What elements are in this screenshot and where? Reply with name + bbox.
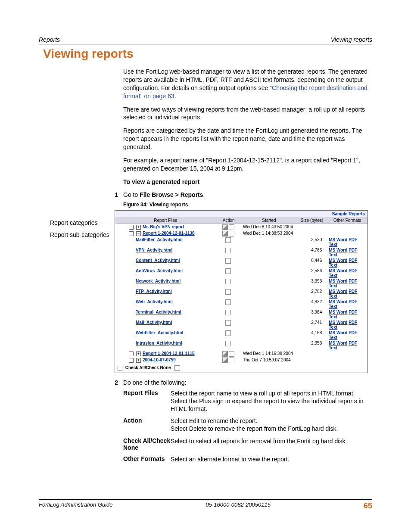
- trash-icon[interactable]: [225, 289, 231, 295]
- trash-icon[interactable]: [229, 358, 234, 363]
- table-row: Content_Activity.html8,446MS Word PDF Te…: [115, 258, 367, 268]
- trash-icon[interactable]: [225, 299, 231, 305]
- edit-icon[interactable]: [222, 358, 228, 363]
- trash-icon[interactable]: [225, 341, 231, 346]
- size-cell: 4,168: [297, 330, 327, 340]
- started-cell: [241, 340, 297, 351]
- step-2-text: Do one of the following:: [123, 379, 186, 386]
- expand-icon[interactable]: +: [136, 352, 141, 356]
- size-cell: 8,446: [297, 258, 327, 268]
- fmt-pdf[interactable]: PDF: [349, 258, 357, 263]
- fmt-word[interactable]: MS Word: [329, 320, 347, 325]
- fmt-text[interactable]: Text: [329, 242, 337, 247]
- fmt-word[interactable]: MS Word: [329, 279, 347, 283]
- def-desc: Select Edit to rename the report.Select …: [171, 417, 368, 432]
- fmt-pdf[interactable]: PDF: [349, 268, 357, 273]
- fmt-pdf[interactable]: PDF: [349, 279, 357, 283]
- fmt-text[interactable]: Text: [329, 335, 337, 340]
- trash-icon[interactable]: [174, 365, 180, 371]
- report-link[interactable]: Mail_Activity.html: [136, 320, 172, 325]
- fmt-text[interactable]: Text: [329, 345, 337, 350]
- fmt-text[interactable]: Text: [329, 294, 337, 299]
- report-link[interactable]: 2004-10-07-0759: [143, 358, 176, 362]
- expand-icon[interactable]: +: [136, 225, 141, 230]
- report-link[interactable]: FTP_Activity.html: [136, 289, 172, 294]
- trash-icon[interactable]: [225, 248, 231, 253]
- table-row: Intrusion_Activity.html2,353MS Word PDF …: [115, 340, 367, 351]
- table-row: AntiVirus_Activity.html2,586MS Word PDF …: [115, 268, 367, 278]
- fmt-pdf[interactable]: PDF: [349, 330, 357, 335]
- expand-icon[interactable]: +: [136, 358, 141, 363]
- report-link[interactable]: MailFilter_Activity.html: [136, 237, 183, 242]
- started-cell: [241, 330, 297, 340]
- edit-icon[interactable]: [222, 231, 228, 236]
- trash-icon[interactable]: [225, 320, 231, 326]
- report-link[interactable]: Report 1-2004-12-01-1138: [143, 231, 195, 236]
- expand-icon[interactable]: −: [136, 231, 141, 236]
- fmt-text[interactable]: Text: [329, 273, 337, 278]
- fmt-text[interactable]: Text: [329, 252, 337, 257]
- edit-icon[interactable]: [222, 351, 228, 357]
- fmt-word[interactable]: MS Word: [329, 258, 347, 263]
- row-checkbox[interactable]: [129, 225, 134, 230]
- trash-icon[interactable]: [225, 268, 231, 274]
- fmt-pdf[interactable]: PDF: [349, 299, 357, 304]
- report-link[interactable]: Web_Activity.html: [136, 299, 173, 304]
- started-cell: Wed Dec 8 10:43:50 2004: [241, 224, 297, 230]
- size-cell: [297, 357, 327, 364]
- report-link[interactable]: Content_Activity.html: [136, 258, 180, 263]
- report-link[interactable]: Terminal_Activity.html: [136, 310, 181, 314]
- fmt-pdf[interactable]: PDF: [349, 341, 357, 345]
- row-checkbox[interactable]: [129, 358, 134, 363]
- fmt-word[interactable]: MS Word: [329, 299, 347, 304]
- row-checkbox[interactable]: [129, 352, 134, 356]
- report-link[interactable]: VPN_Activity.html: [136, 248, 172, 252]
- intro-p3: Reports are categorized by the date and …: [123, 127, 368, 151]
- report-link[interactable]: Network_Activity.html: [136, 279, 181, 283]
- row-checkbox[interactable]: [129, 231, 134, 236]
- size-cell: 2,586: [297, 268, 327, 278]
- edit-icon[interactable]: [222, 224, 228, 230]
- report-link[interactable]: AntiVirus_Activity.html: [136, 268, 183, 273]
- fmt-word[interactable]: MS Word: [329, 237, 347, 242]
- col-other: Other Formats: [327, 217, 367, 224]
- fmt-text[interactable]: Text: [329, 325, 337, 330]
- step-1-text: Go to File Browse > Reports.: [123, 191, 205, 198]
- report-link[interactable]: Mr. Big's VPN report: [143, 224, 184, 229]
- check-all-checkbox[interactable]: [118, 366, 122, 370]
- def-desc: Select an alternate format to view the r…: [171, 455, 368, 463]
- fmt-text[interactable]: Text: [329, 263, 337, 268]
- started-cell: Wed Dec 1 14:38:53 2004: [241, 230, 297, 237]
- trash-icon[interactable]: [229, 351, 234, 357]
- step-1-num: 1: [108, 191, 118, 198]
- fmt-text[interactable]: Text: [329, 304, 337, 309]
- fmt-word[interactable]: MS Word: [329, 330, 347, 335]
- fmt-word[interactable]: MS Word: [329, 341, 347, 345]
- fmt-pdf[interactable]: PDF: [349, 289, 357, 294]
- trash-icon[interactable]: [229, 231, 234, 236]
- fmt-word[interactable]: MS Word: [329, 310, 347, 314]
- def-row: Check All/Check NoneSelect to select all…: [123, 437, 368, 451]
- report-link[interactable]: Report 1-2004-12-01-1115: [143, 351, 195, 356]
- trash-icon[interactable]: [225, 237, 231, 243]
- trash-icon[interactable]: [225, 310, 231, 315]
- check-all-label[interactable]: Check All/Check None: [125, 365, 171, 370]
- fmt-text[interactable]: Text: [329, 283, 337, 288]
- trash-icon[interactable]: [225, 258, 231, 264]
- fmt-word[interactable]: MS Word: [329, 268, 347, 273]
- fmt-pdf[interactable]: PDF: [349, 310, 357, 314]
- size-cell: [297, 351, 327, 357]
- trash-icon[interactable]: [225, 330, 231, 336]
- fmt-pdf[interactable]: PDF: [349, 320, 357, 325]
- trash-icon[interactable]: [225, 279, 231, 284]
- fmt-pdf[interactable]: PDF: [349, 248, 357, 252]
- sample-reports-link[interactable]: Sample Reports: [332, 212, 365, 216]
- fmt-text[interactable]: Text: [329, 314, 337, 319]
- fmt-pdf[interactable]: PDF: [349, 237, 357, 242]
- report-link[interactable]: Intrusion_Activity.html: [136, 341, 182, 345]
- fmt-word[interactable]: MS Word: [329, 248, 347, 252]
- started-cell: [241, 278, 297, 289]
- fmt-word[interactable]: MS Word: [329, 289, 347, 294]
- report-link[interactable]: WebFilter_Activity.html: [136, 330, 183, 335]
- trash-icon[interactable]: [229, 224, 234, 230]
